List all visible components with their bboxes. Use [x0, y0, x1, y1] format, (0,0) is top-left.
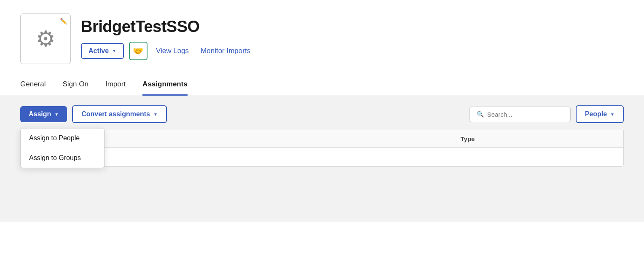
handshake-icon: 🤝	[133, 46, 143, 56]
view-logs-button[interactable]: View Logs	[153, 45, 192, 57]
table-row: Pe...	[21, 148, 623, 166]
convert-label: Convert assignments	[81, 110, 150, 118]
assign-to-groups-item[interactable]: Assign to Groups	[21, 148, 104, 168]
tabs-section: General Sign On Import Assignments	[0, 74, 644, 95]
assign-dropdown-menu: Assign to People Assign to Groups	[20, 128, 105, 168]
assign-wrapper: Assign ▼ Assign to People Assign to Grou…	[20, 106, 67, 122]
tabs: General Sign On Import Assignments	[20, 74, 624, 95]
search-box[interactable]: 🔍	[470, 107, 571, 122]
tab-import[interactable]: Import	[105, 75, 126, 96]
handshake-button[interactable]: 🤝	[129, 42, 148, 60]
app-title: BridgetTestSSO	[81, 18, 254, 36]
tab-sign-on[interactable]: Sign On	[62, 75, 88, 96]
assign-chevron-icon: ▼	[54, 112, 59, 117]
table-header: Fi... Type	[21, 130, 623, 148]
chevron-down-icon: ▼	[112, 48, 116, 53]
status-button[interactable]: Active ▼	[81, 43, 124, 59]
header-info: BridgetTestSSO Active ▼ 🤝 View Logs Moni…	[81, 18, 254, 60]
gear-icon: ⚙	[36, 26, 56, 51]
assign-label: Assign	[29, 110, 51, 118]
people-button[interactable]: People ▼	[576, 105, 624, 123]
search-input[interactable]	[487, 111, 564, 118]
assign-button[interactable]: Assign ▼	[20, 106, 67, 122]
tab-assignments[interactable]: Assignments	[142, 75, 188, 96]
col-type-header: Type	[322, 135, 613, 142]
people-label: People	[585, 110, 607, 118]
monitor-imports-button[interactable]: Monitor Imports	[197, 45, 254, 57]
status-label: Active	[89, 47, 109, 55]
assign-to-people-item[interactable]: Assign to People	[21, 128, 104, 148]
header: ⚙ ✏️ BridgetTestSSO Active ▼ 🤝 View Logs…	[0, 0, 644, 74]
content-section: Assign ▼ Assign to People Assign to Grou…	[0, 95, 644, 222]
app-icon-container: ⚙ ✏️	[20, 13, 71, 64]
edit-pencil-icon[interactable]: ✏️	[59, 16, 68, 26]
convert-assignments-button[interactable]: Convert assignments ▼	[72, 105, 167, 123]
people-chevron-icon: ▼	[610, 112, 614, 117]
table-container: Fi... Type Pe...	[20, 130, 624, 167]
convert-chevron-icon: ▼	[153, 112, 158, 117]
tab-general[interactable]: General	[20, 75, 46, 96]
header-actions: Active ▼ 🤝 View Logs Monitor Imports	[81, 42, 254, 60]
search-icon: 🔍	[477, 111, 484, 118]
toolbar: Assign ▼ Assign to People Assign to Grou…	[20, 105, 624, 123]
